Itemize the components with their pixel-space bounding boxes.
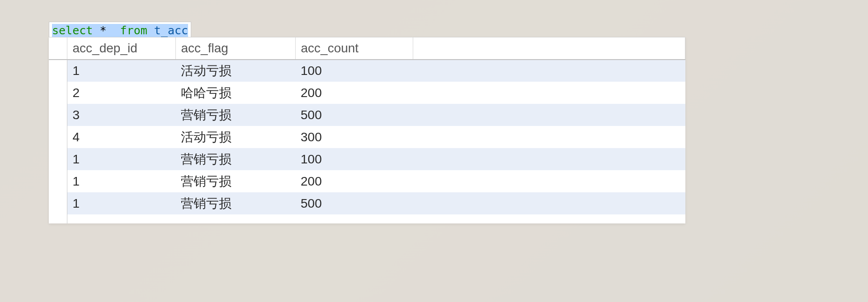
cell-acc_flag[interactable]: 营销亏损 (175, 104, 295, 126)
cell-empty (175, 214, 295, 223)
sql-table: t_acc (154, 24, 188, 37)
row-gutter (49, 170, 67, 192)
table-row[interactable]: 3营销亏损500 (49, 104, 685, 126)
cell-empty (413, 82, 685, 104)
gutter-header (49, 37, 67, 60)
table-row[interactable]: 2哈哈亏损200 (49, 82, 685, 104)
sql-keyword: select (52, 24, 93, 37)
row-gutter (49, 82, 67, 104)
cell-empty (413, 148, 685, 170)
column-header-empty (413, 37, 685, 60)
row-gutter (49, 192, 67, 214)
results-grid[interactable]: acc_dep_id acc_flag acc_count 1活动亏损1002哈… (49, 37, 685, 223)
cell-acc_count[interactable]: 200 (295, 170, 413, 192)
cell-empty (413, 60, 685, 82)
table-row[interactable]: 1营销亏损500 (49, 192, 685, 214)
cell-acc_dep_id[interactable]: 2 (67, 82, 175, 104)
cell-empty (413, 170, 685, 192)
cell-empty (413, 126, 685, 148)
cell-acc_count[interactable]: 100 (295, 60, 413, 82)
cell-acc_flag[interactable]: 活动亏损 (175, 60, 295, 82)
table-row[interactable]: 1营销亏损100 (49, 148, 685, 170)
row-gutter (49, 104, 67, 126)
table-row[interactable]: 1活动亏损100 (49, 60, 685, 82)
cell-acc_flag[interactable]: 营销亏损 (175, 192, 295, 214)
row-gutter (49, 214, 67, 223)
sql-star: * (99, 24, 106, 37)
cell-empty (413, 104, 685, 126)
cell-acc_dep_id[interactable]: 1 (67, 60, 175, 82)
cell-acc_dep_id[interactable]: 1 (67, 170, 175, 192)
cell-empty (413, 192, 685, 214)
cell-acc_flag[interactable]: 活动亏损 (175, 126, 295, 148)
column-header[interactable]: acc_dep_id (67, 37, 175, 60)
cell-acc_count[interactable]: 100 (295, 148, 413, 170)
column-header[interactable]: acc_count (295, 37, 413, 60)
cell-acc_dep_id[interactable]: 1 (67, 192, 175, 214)
table-row[interactable]: 4活动亏损300 (49, 126, 685, 148)
cell-acc_dep_id[interactable]: 4 (67, 126, 175, 148)
cell-empty (295, 214, 413, 223)
header-row: acc_dep_id acc_flag acc_count (49, 37, 685, 60)
row-gutter (49, 148, 67, 170)
cell-acc_count[interactable]: 200 (295, 82, 413, 104)
row-gutter (49, 126, 67, 148)
cell-empty (413, 214, 685, 223)
cell-acc_dep_id[interactable]: 1 (67, 148, 175, 170)
trailing-row (49, 214, 685, 223)
cell-empty (67, 214, 175, 223)
cell-acc_dep_id[interactable]: 3 (67, 104, 175, 126)
cell-acc_flag[interactable]: 哈哈亏损 (175, 82, 295, 104)
cell-acc_flag[interactable]: 营销亏损 (175, 148, 295, 170)
cell-acc_count[interactable]: 500 (295, 104, 413, 126)
column-header[interactable]: acc_flag (175, 37, 295, 60)
row-gutter (49, 60, 67, 82)
table-row[interactable]: 1营销亏损200 (49, 170, 685, 192)
cell-acc_count[interactable]: 500 (295, 192, 413, 214)
sql-keyword: from (120, 24, 147, 37)
cell-acc_count[interactable]: 300 (295, 126, 413, 148)
cell-acc_flag[interactable]: 营销亏损 (175, 170, 295, 192)
